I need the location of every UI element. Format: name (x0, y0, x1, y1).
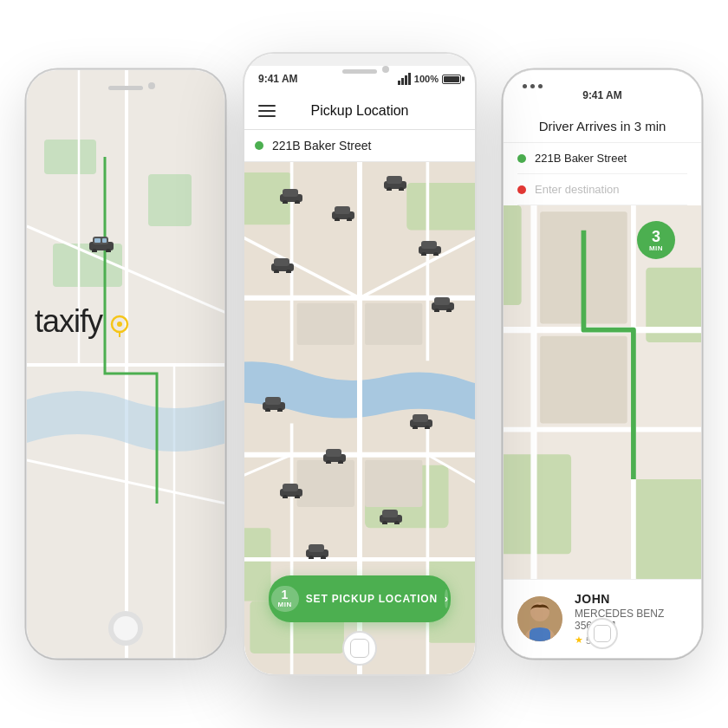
map-car-12 (305, 543, 329, 562)
center-phone-home-button[interactable] (342, 631, 377, 666)
svg-rect-76 (326, 449, 341, 457)
svg-rect-22 (406, 183, 475, 230)
pickup-button-label: SET PICKUP LOCATION (306, 593, 438, 605)
map-car-3 (331, 205, 355, 224)
map-car-9 (322, 448, 347, 467)
hamburger-icon (258, 115, 276, 117)
right-phone-home-button[interactable] (587, 618, 618, 649)
pickup-location-text: 221B Baker Street (535, 152, 627, 165)
destination-location-row[interactable]: Enter destination (517, 174, 687, 205)
pickup-address: 221B Baker Street (272, 139, 371, 153)
driver-name: JOHN (575, 592, 687, 606)
status-right: 100% (398, 73, 461, 85)
svg-rect-52 (335, 206, 350, 214)
svg-rect-44 (283, 189, 298, 197)
pickup-location-row[interactable]: 221B Baker Street (517, 143, 687, 174)
hamburger-icon (258, 110, 276, 112)
left-phone-speaker (108, 86, 143, 90)
signal-icon (398, 73, 411, 85)
svg-rect-60 (274, 258, 289, 266)
logo-pin-icon (108, 315, 131, 337)
svg-rect-84 (382, 510, 398, 517)
pickup-location-dot (517, 154, 526, 163)
svg-point-3 (117, 322, 122, 327)
svg-rect-94 (504, 454, 571, 554)
svg-rect-64 (434, 297, 450, 305)
map-car-7 (262, 396, 286, 415)
svg-rect-18 (94, 238, 101, 243)
svg-rect-40 (365, 303, 422, 345)
center-phone-speaker (342, 69, 377, 74)
svg-rect-72 (413, 414, 428, 422)
center-phone: 9:41 AM 100% (243, 52, 477, 676)
svg-rect-5 (44, 140, 96, 174)
location-rows: 221B Baker Street Enter destination (504, 143, 701, 205)
right-map-background (504, 205, 701, 579)
svg-rect-48 (387, 176, 402, 184)
pickup-min-label: MIN (278, 601, 292, 609)
svg-rect-68 (265, 397, 281, 405)
map-car-5 (270, 257, 295, 276)
map-car-10 (279, 483, 303, 502)
svg-rect-39 (297, 303, 354, 345)
brand-logo: taxify (35, 303, 131, 342)
nav-title: Pickup Location (311, 103, 409, 119)
map-car-4 (418, 240, 442, 259)
map-car-11 (379, 509, 403, 528)
left-phone (26, 69, 225, 659)
center-phone-camera (382, 66, 389, 73)
left-phone-camera (148, 82, 155, 89)
driver-arrives-text: Driver Arrives in 3 min (517, 119, 687, 133)
svg-rect-101 (540, 336, 627, 424)
right-phone-dots (523, 84, 543, 88)
right-phone: 9:41 AM Driver Arrives in 3 min 221B Bak… (503, 69, 702, 659)
right-status-time: 9:41 AM (582, 89, 622, 101)
svg-rect-95 (634, 479, 701, 579)
status-time: 9:41 AM (258, 73, 298, 85)
set-pickup-button[interactable]: 1 MIN SET PICKUP LOCATION › (269, 575, 451, 622)
pickup-arrow-icon: › (445, 589, 449, 608)
svg-rect-88 (309, 544, 324, 552)
svg-rect-19 (102, 238, 107, 243)
svg-rect-80 (283, 484, 298, 491)
right-map-area: 3 MIN (504, 205, 701, 579)
center-nav-bar: Pickup Location (244, 92, 475, 130)
destination-dot (517, 185, 526, 194)
svg-rect-92 (504, 205, 522, 305)
eta-label: MIN (649, 244, 663, 252)
battery-text: 100% (414, 74, 439, 84)
svg-rect-42 (365, 460, 422, 507)
eta-badge: 3 MIN (637, 221, 675, 259)
hamburger-icon (258, 105, 276, 107)
svg-rect-6 (148, 174, 192, 226)
left-phone-car (88, 235, 115, 256)
driver-arrives-bar: Driver Arrives in 3 min (504, 108, 701, 143)
pickup-search-bar[interactable]: 221B Baker Street (244, 130, 475, 162)
driver-car-model: MERCEDES BENZ (575, 608, 687, 620)
svg-rect-56 (421, 241, 437, 249)
destination-placeholder: Enter destination (535, 183, 620, 196)
pickup-min-value: 1 (282, 588, 289, 601)
eta-value: 3 (652, 229, 660, 244)
brand-name: taxify (35, 303, 102, 339)
star-icon: ★ (575, 634, 583, 646)
map-car-8 (409, 413, 433, 432)
map-car-1 (279, 188, 303, 207)
hamburger-menu-button[interactable] (258, 105, 276, 117)
driver-avatar (517, 596, 562, 641)
pickup-min-badge: 1 MIN (271, 586, 299, 612)
center-map-area: 1 MIN SET PICKUP LOCATION › (244, 162, 475, 674)
map-car-6 (431, 296, 455, 315)
map-car-2 (383, 175, 407, 194)
pickup-dot-icon (255, 141, 263, 150)
battery-icon (442, 75, 461, 84)
svg-rect-24 (244, 528, 270, 601)
left-phone-home-button[interactable] (108, 611, 143, 646)
